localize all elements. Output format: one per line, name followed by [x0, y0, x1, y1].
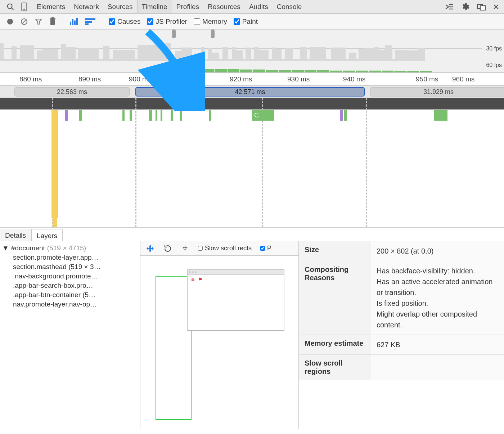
paint-checkbox[interactable]: Paint	[234, 18, 258, 26]
flame-chart[interactable]: C…	[0, 98, 504, 228]
svg-rect-16	[50, 18, 55, 19]
svg-point-3	[24, 9, 25, 10]
flame-block[interactable]	[344, 110, 347, 121]
tree-item[interactable]: nav.promote-layer.nav-op…	[2, 300, 138, 308]
slow-scroll-rects-input[interactable]	[198, 246, 203, 251]
record-icon[interactable]	[6, 18, 14, 25]
tab-resources[interactable]: Resources	[203, 0, 245, 13]
flame-block[interactable]	[171, 110, 173, 121]
search-icon[interactable]	[6, 3, 14, 11]
svg-line-13	[22, 19, 26, 24]
frames-view-icon[interactable]	[69, 18, 79, 25]
flame-block[interactable]	[209, 110, 211, 121]
paint-label: Paint	[242, 18, 258, 26]
timeline-ruler[interactable]: 880 ms890 ms900 msms920 ms930 ms940 ms95…	[0, 73, 504, 86]
flame-block[interactable]	[130, 110, 132, 121]
overview-marker[interactable]	[172, 30, 176, 38]
close-icon[interactable]	[493, 4, 499, 10]
tab-timeline[interactable]: Timeline	[137, 0, 172, 13]
frame-pill[interactable]: 31.929 ms	[370, 87, 504, 97]
flag-icon: ⚑	[198, 277, 203, 282]
info-label: Slow scroll regions	[299, 355, 371, 380]
svg-rect-17	[51, 17, 54, 18]
flame-block[interactable]	[149, 110, 152, 121]
flame-block-composite[interactable]: C…	[252, 110, 274, 121]
tab-profiles[interactable]: Profiles	[172, 0, 203, 13]
tab-audits[interactable]: Audits	[245, 0, 273, 13]
flame-block[interactable]	[161, 110, 162, 121]
svg-rect-8	[480, 6, 485, 10]
clear-icon[interactable]	[20, 18, 28, 26]
layer-outline: ≡ ⚑	[187, 269, 284, 331]
svg-line-1	[12, 8, 14, 10]
frames-row[interactable]: 22.563 ms42.571 ms31.929 ms	[0, 86, 504, 98]
causes-checkbox-input[interactable]	[109, 18, 115, 25]
preview-canvas[interactable]: ≡ ⚑	[140, 256, 298, 429]
tab-layers[interactable]: Layers	[31, 229, 63, 241]
ruler-tick: 950 ms	[416, 75, 438, 83]
flame-block[interactable]	[156, 110, 157, 121]
info-value: 627 KB	[371, 335, 504, 355]
slow-scroll-rects-checkbox[interactable]: Slow scroll rects	[198, 245, 252, 252]
paint-checkbox-input[interactable]	[234, 18, 240, 25]
tab-network[interactable]: Network	[69, 0, 103, 13]
tree-item[interactable]: section.promote-layer.app…	[2, 254, 138, 261]
memory-checkbox[interactable]: Memory	[194, 18, 227, 26]
svg-rect-23	[85, 21, 92, 23]
flame-view-icon[interactable]	[85, 18, 95, 25]
tab-console[interactable]: Console	[273, 0, 306, 13]
flame-block[interactable]	[180, 110, 182, 121]
gear-icon[interactable]	[461, 3, 469, 11]
tree-root-name[interactable]: #document	[11, 244, 45, 252]
memory-checkbox-input[interactable]	[194, 18, 200, 25]
garbage-collect-icon[interactable]	[49, 17, 56, 26]
tab-details[interactable]: Details	[0, 229, 31, 241]
jsprofiler-checkbox-input[interactable]	[147, 18, 153, 25]
tree-item[interactable]: .app-bar-search-box.pro…	[2, 282, 138, 290]
dock-icon[interactable]	[477, 3, 486, 11]
tree-expand-icon[interactable]: ▼	[2, 244, 9, 252]
partial-input[interactable]	[260, 246, 265, 251]
causes-label: Causes	[117, 18, 140, 26]
devtools-topbar: Elements Network Sources Timeline Profil…	[0, 0, 504, 14]
svg-rect-19	[72, 19, 73, 25]
tree-item[interactable]: section.masthead (519 × 3…	[2, 263, 138, 271]
layers-panel: ▼ #document (519 × 4715) section.promote…	[0, 241, 504, 429]
flame-block[interactable]	[122, 110, 125, 121]
flame-block-scripting[interactable]	[51, 110, 58, 218]
info-value: Has backface-visibility: hidden.Has an a…	[371, 261, 504, 335]
ruler-tick: 960 ms	[452, 75, 474, 83]
tree-item[interactable]: .nav-background.promote…	[2, 272, 138, 280]
ruler-tick: ms	[193, 75, 202, 83]
flame-block[interactable]	[434, 110, 447, 121]
layer-info-table: Size200 × 802 (at 0,0)Compositing Reason…	[299, 241, 504, 429]
flame-block[interactable]	[79, 110, 82, 121]
tab-sources[interactable]: Sources	[103, 0, 137, 13]
rotate-icon[interactable]	[163, 244, 172, 253]
flame-block[interactable]	[340, 110, 343, 121]
ruler-tick: 900 ms	[129, 75, 151, 83]
flame-block[interactable]	[65, 110, 68, 121]
info-value: 200 × 802 (at 0,0)	[371, 241, 504, 261]
overview-marker[interactable]	[211, 30, 215, 38]
pan-icon[interactable]	[146, 244, 155, 253]
reset-view-icon[interactable]	[181, 244, 189, 253]
tree-item[interactable]: .app-bar-btn-container (5…	[2, 291, 138, 299]
partial-checkbox[interactable]: P	[260, 245, 271, 252]
ruler-tick: 890 ms	[78, 75, 101, 83]
frame-boundary	[135, 98, 136, 227]
device-mode-icon[interactable]	[21, 2, 27, 12]
ruler-tick: 930 ms	[287, 75, 310, 83]
filter-icon[interactable]	[35, 18, 42, 26]
svg-rect-24	[85, 23, 89, 25]
drawer-toggle-icon[interactable]	[445, 3, 454, 10]
tab-elements[interactable]: Elements	[32, 0, 69, 13]
info-label: Size	[299, 241, 371, 261]
timeline-overview[interactable]: 30 fps 60 fps	[0, 30, 504, 73]
layers-tree[interactable]: ▼ #document (519 × 4715) section.promote…	[0, 241, 140, 429]
frame-pill[interactable]: 42.571 ms	[135, 87, 365, 97]
jsprofiler-checkbox[interactable]: JS Profiler	[147, 18, 187, 26]
ruler-tick: 920 ms	[230, 75, 252, 83]
causes-checkbox[interactable]: Causes	[109, 18, 140, 26]
frame-pill[interactable]: 22.563 ms	[14, 87, 130, 97]
